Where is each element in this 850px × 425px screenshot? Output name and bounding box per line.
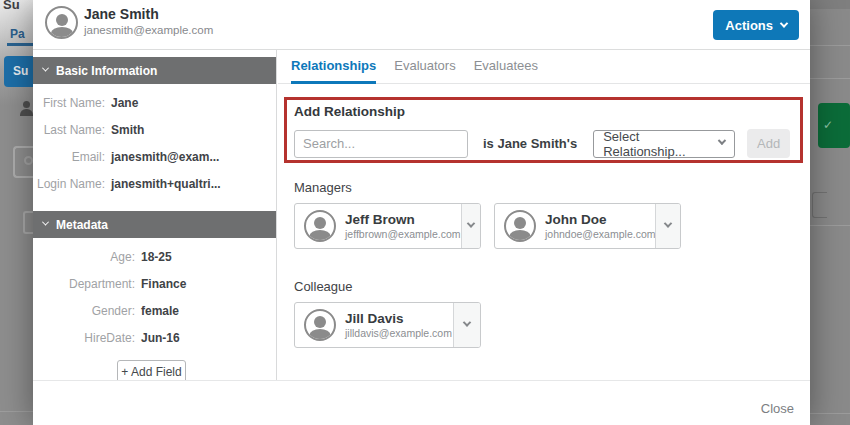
field-value: Finance xyxy=(141,277,186,291)
user-avatar xyxy=(45,6,78,39)
person-name: Jill Davis xyxy=(345,311,452,326)
group-title-colleague: Colleague xyxy=(294,279,810,294)
person-email: jeffbrown@example.com xyxy=(345,228,461,240)
user-email: janesmith@example.com xyxy=(84,24,213,36)
field-row: Login Name: janesmith+qualtri... xyxy=(33,177,276,204)
field-row: HireDate: Jun-16 xyxy=(33,331,276,358)
background-search-box[interactable] xyxy=(13,146,34,178)
add-field-button[interactable]: + Add Field xyxy=(117,360,186,380)
person-card-body: Jill Davis jilldavis@example.com xyxy=(295,303,453,347)
background-right-panel: ✓ xyxy=(810,0,850,425)
chevron-down-icon xyxy=(42,65,49,72)
section-header-metadata[interactable]: Metadata xyxy=(33,211,276,238)
colleague-cards: Jill Davis jilldavis@example.com xyxy=(294,302,810,348)
section-title: Metadata xyxy=(56,218,108,232)
field-label: Department: xyxy=(33,277,141,291)
background-divider xyxy=(810,78,850,79)
person-card: John Doe johndoe@example.com xyxy=(494,203,681,249)
tab-bar: Relationships Evaluators Evaluatees xyxy=(278,50,810,84)
background-divider xyxy=(810,413,850,414)
person-avatar xyxy=(504,210,536,242)
managers-cards: Jeff Brown jeffbrown@example.com John Do… xyxy=(294,203,810,249)
search-icon xyxy=(24,156,33,165)
background-divider xyxy=(810,45,850,46)
basic-info-fields: First Name: Jane Last Name: Smith Email:… xyxy=(33,96,276,204)
background-tab-clipped[interactable]: Pa xyxy=(10,27,25,41)
tab-evaluatees[interactable]: Evaluatees xyxy=(474,50,538,84)
tab-relationships[interactable]: Relationships xyxy=(291,50,376,84)
background-divider xyxy=(810,225,850,226)
chevron-down-icon xyxy=(463,318,471,326)
person-card-dropdown[interactable] xyxy=(655,204,680,248)
field-label: Login Name: xyxy=(33,177,111,191)
add-relationship-controls: is Jane Smith's Select Relationship... A… xyxy=(294,129,810,158)
person-card-body: John Doe johndoe@example.com xyxy=(495,204,655,248)
field-label: Age: xyxy=(33,250,141,264)
connector-text: is Jane Smith's xyxy=(483,136,577,151)
modal-header: Jane Smith janesmith@example.com Actions xyxy=(33,0,810,50)
person-name: Jeff Brown xyxy=(345,212,461,227)
add-button[interactable]: Add xyxy=(747,129,790,158)
chevron-down-icon xyxy=(780,19,788,27)
metadata-fields: Age: 18-25 Department: Finance Gender: f… xyxy=(33,250,276,358)
person-card-body: Jeff Brown jeffbrown@example.com xyxy=(295,204,461,248)
relationships-content: Add Relationship is Jane Smith's Select … xyxy=(278,104,810,348)
person-card-text: John Doe johndoe@example.com xyxy=(545,212,655,240)
field-value: 18-25 xyxy=(141,250,172,264)
person-icon xyxy=(20,101,34,116)
close-button[interactable]: Close xyxy=(761,401,794,416)
field-label: Gender: xyxy=(33,304,141,318)
field-label: First Name: xyxy=(33,96,111,110)
field-row: Email: janesmith@exam... xyxy=(33,150,276,177)
actions-button-label: Actions xyxy=(725,18,773,33)
person-card: Jeff Brown jeffbrown@example.com xyxy=(294,203,481,249)
person-card-text: Jeff Brown jeffbrown@example.com xyxy=(345,212,461,240)
search-input[interactable] xyxy=(294,130,468,158)
chevron-down-icon xyxy=(42,219,49,226)
field-label: Last Name: xyxy=(33,123,111,137)
check-icon: ✓ xyxy=(823,118,833,132)
person-email: johndoe@example.com xyxy=(545,228,655,240)
background-button-clipped[interactable]: Su xyxy=(4,56,34,87)
background-box-clipped xyxy=(812,192,827,218)
section-title: Basic Information xyxy=(56,64,157,78)
person-card: Jill Davis jilldavis@example.com xyxy=(294,302,481,348)
relationship-select[interactable]: Select Relationship... xyxy=(593,130,735,158)
field-label: HireDate: xyxy=(33,331,141,345)
section-header-basic-information[interactable]: Basic Information xyxy=(33,57,276,84)
background-heading-clipped: Su xyxy=(3,0,20,12)
field-row: First Name: Jane xyxy=(33,96,276,123)
tab-evaluators[interactable]: Evaluators xyxy=(394,50,455,84)
person-card-dropdown[interactable] xyxy=(453,303,480,347)
field-row: Department: Finance xyxy=(33,277,276,304)
person-name: John Doe xyxy=(545,212,655,227)
group-title-managers: Managers xyxy=(294,180,810,195)
modal-footer: Close xyxy=(33,380,810,425)
relationships-panel: Relationships Evaluators Evaluatees Add … xyxy=(278,50,810,380)
field-row: Last Name: Smith xyxy=(33,123,276,150)
field-value: Jun-16 xyxy=(141,331,180,345)
field-row: Age: 18-25 xyxy=(33,250,276,277)
field-value: Smith xyxy=(111,123,144,137)
background-left-panel: Su Pa Su xyxy=(0,0,33,425)
background-tab-underline xyxy=(7,43,33,46)
person-avatar xyxy=(304,309,336,341)
background-band xyxy=(810,0,850,9)
field-value: Jane xyxy=(111,96,138,110)
person-card-dropdown[interactable] xyxy=(461,204,480,248)
field-value: female xyxy=(141,304,179,318)
field-value: janesmith+qualtri... xyxy=(111,177,221,191)
actions-button[interactable]: Actions xyxy=(713,10,799,40)
person-card-text: Jill Davis jilldavis@example.com xyxy=(345,311,452,339)
chevron-down-icon xyxy=(467,219,475,227)
field-label: Email: xyxy=(33,150,111,164)
confirm-button-clipped[interactable]: ✓ xyxy=(818,103,850,148)
field-value: janesmith@exam... xyxy=(111,150,219,164)
relationship-select-value: Select Relationship... xyxy=(603,129,719,159)
user-details-modal: Jane Smith janesmith@example.com Actions… xyxy=(33,0,810,425)
person-email: jilldavis@example.com xyxy=(345,327,452,339)
profile-sidebar: Basic Information First Name: Jane Last … xyxy=(33,50,277,380)
user-name: Jane Smith xyxy=(84,6,159,22)
field-row: Gender: female xyxy=(33,304,276,331)
background-divider xyxy=(0,411,33,412)
